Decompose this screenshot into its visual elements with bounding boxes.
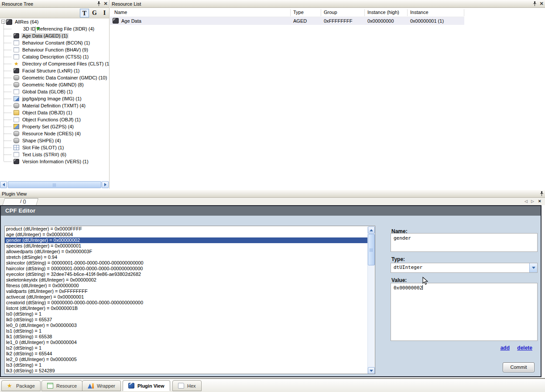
scroll-up-icon[interactable] (368, 227, 375, 234)
close-icon[interactable]: ✕ (102, 1, 109, 7)
cpf-property[interactable]: eyecolor (dtString) = 32dee745-b6ce-419f… (5, 272, 375, 277)
cpf-property-selected[interactable]: gender (dtUInteger) = 0x00000002 (5, 237, 375, 243)
tab-label: Plugin View (137, 383, 165, 389)
cpf-property[interactable]: product (dtUInteger) = 0x0000FFFF (5, 226, 375, 232)
cpf-property[interactable]: lk0 (dtString) = 65537 (5, 317, 375, 323)
tree-item-objd[interactable]: Object Data (OBJD) (1) (0, 109, 109, 116)
scroll-left-icon[interactable] (0, 181, 7, 188)
filter-group-button[interactable]: G (90, 9, 99, 17)
cpf-property[interactable]: le1_0 (dtUInteger) = 0x00000004 (5, 340, 375, 345)
scrollbar-thumb[interactable] (8, 181, 101, 188)
column-type[interactable]: Type (293, 10, 304, 15)
cpf-property[interactable]: lk3 (dtString) = 524289 (5, 368, 375, 374)
tree-item-txmt[interactable]: Material Definition (TXMT) (4) (0, 102, 109, 109)
resource-row-age-data[interactable]: Age Data AGED 0xFFFFFFFF 0x00000000 0x00… (110, 17, 464, 25)
cpf-property[interactable]: allowedparts (dtUInteger) = 0x0000003F (5, 249, 375, 254)
column-name[interactable]: Name (114, 10, 127, 15)
cpf-property[interactable]: skeletonkeyidx (dtUInteger) = 0x00000002 (5, 277, 375, 283)
pin-icon[interactable] (531, 1, 538, 7)
delete-link[interactable]: delete (517, 345, 532, 351)
cpf-property[interactable]: activecat (dtUInteger) = 0x00000001 (5, 294, 375, 300)
tree-item-3idr[interactable]: 3D ID Referencing File (3IDR) (4) (0, 25, 109, 32)
tab-close-icon[interactable]: ✕ (538, 199, 542, 203)
column-instance[interactable]: Instance (410, 10, 428, 15)
value-label: Value: (391, 277, 407, 283)
cpf-editor-title: CPF Editor (1, 206, 541, 216)
type-dropdown[interactable]: dtUInteger (391, 263, 538, 273)
name-field[interactable]: gender (391, 233, 538, 252)
cpf-property[interactable]: lk1 (dtString) = 65538 (5, 334, 375, 340)
plugin-tabstrip: / () ◁ ▷ ✕ (0, 198, 545, 205)
cpf-property[interactable]: le0_0 (dtUInteger) = 0x00000003 (5, 323, 375, 328)
filter-type-button[interactable]: T (80, 9, 89, 17)
tree-item-gzps[interactable]: Property Set (GZPS) (4) (0, 123, 109, 130)
resource-list-panel: Resource List ✕ Name Type Group Instance… (110, 0, 545, 190)
plugin-view-title: Plugin View (2, 191, 538, 196)
document-icon (14, 89, 19, 94)
cpf-property[interactable]: ls1 (dtString) = 1 (5, 328, 375, 334)
column-instance-high[interactable]: Instance (high) (367, 10, 399, 15)
tree-root-allres[interactable]: − AllRes (64) (0, 18, 109, 25)
cpf-property-list[interactable]: product (dtUInteger) = 0x0000FFFF age (d… (4, 226, 375, 374)
tab-scroll-right-icon[interactable]: ▷ (531, 199, 534, 203)
tab-hex[interactable]: Hex (172, 380, 202, 391)
tree-item-vers[interactable]: Version Information (VERS) (1) (0, 158, 109, 165)
tree-item-clst[interactable]: Directory of Compressed Files (CLST) (1) (0, 60, 109, 67)
tab-package[interactable]: Package (1, 380, 41, 391)
cube-icon (6, 19, 12, 25)
cpf-property[interactable]: skincolor (dtString) = 00000001-0000-000… (5, 260, 375, 266)
tree-item-img[interactable]: jpg/tga/png Image (IMG) (1) (0, 95, 109, 102)
tree-item-gmnd[interactable]: Geometric Node (GMND) (8) (0, 81, 109, 88)
close-icon[interactable]: ✕ (538, 1, 545, 7)
tab-wrapper[interactable]: Wrapper (82, 380, 121, 391)
tab-scroll-left-icon[interactable]: ◁ (524, 199, 528, 203)
tree-item-glob[interactable]: Global Data (GLOB) (1) (0, 88, 109, 95)
filter-instance-button[interactable]: I (100, 9, 109, 17)
cpf-property[interactable]: ls3 (dtString) = 1 (5, 362, 375, 368)
cpf-property[interactable]: creatorid (dtString) = 00000000-0000-000… (5, 300, 375, 306)
tree-item-shpe[interactable]: Shape (SHPE) (4) (0, 137, 109, 144)
tree-item-bhav[interactable]: Behaviour Function (BHAV) (9) (0, 46, 109, 53)
cpf-property[interactable]: listcnt (dtUInteger) = 0x0000001B (5, 306, 375, 311)
pin-icon[interactable] (538, 191, 545, 197)
cpf-property[interactable]: validparts (dtUInteger) = 0xFFFFFFFF (5, 289, 375, 294)
cpf-property[interactable]: age (dtUInteger) = 0x00000004 (5, 232, 375, 237)
cpf-list-scrollbar[interactable] (367, 227, 374, 374)
grid-icon (14, 145, 19, 150)
resource-list-title: Resource List (112, 1, 531, 7)
cpf-property[interactable]: ls0 (dtString) = 1 (5, 311, 375, 317)
scroll-right-icon[interactable] (102, 181, 109, 188)
cpf-property[interactable]: lk2 (dtString) = 65544 (5, 351, 375, 357)
tree-item-lxnr[interactable]: Facial Structure (LxNR) (1) (0, 67, 109, 74)
tab-label: Resource (56, 383, 77, 389)
pin-icon[interactable] (95, 1, 102, 7)
cpf-property[interactable]: fitness (dtUInteger) = 0x00000000 (5, 283, 375, 289)
chevron-down-icon[interactable] (529, 263, 537, 272)
column-group[interactable]: Group (324, 10, 337, 15)
tree-item-bcon[interactable]: Behaviour Constant (BCON) (1) (0, 39, 109, 46)
cpf-property[interactable]: haircolor (dtString) = 00000001-0000-000… (5, 266, 375, 272)
tab-plugin-view[interactable]: Plugin View (123, 380, 170, 391)
tree-horizontal-scrollbar[interactable] (0, 181, 109, 188)
database-icon (14, 138, 19, 143)
scroll-down-icon[interactable] (368, 367, 375, 374)
tree-item-slot[interactable]: Slot File (SLOT) (1) (0, 144, 109, 151)
cpf-property[interactable]: species (dtUInteger) = 0x00000001 (5, 243, 375, 249)
add-link[interactable]: add (500, 345, 510, 351)
tree-item-gmdc[interactable]: Geometric Data Container (GMDC) (10) (0, 74, 109, 81)
tree-item-cres[interactable]: Resource Node (CRES) (4) (0, 130, 109, 137)
tab-label: Wrapper (97, 383, 115, 389)
tree-item-objf[interactable]: Object Functions (OBJf) (1) (0, 116, 109, 123)
cpf-property[interactable]: ls2 (dtString) = 1 (5, 345, 375, 351)
tab-resource[interactable]: Resource (41, 380, 82, 391)
resource-list-header: Name Type Group Instance (high) Instance (110, 8, 464, 17)
plugin-document-tab-label: / () (6, 199, 40, 204)
commit-button[interactable]: Commit (503, 362, 535, 372)
tree-item-ctss[interactable]: Catalog Description (CTSS) (1) (0, 53, 109, 60)
tree-item-aged[interactable]: Age Data (AGED) (1) (0, 32, 109, 39)
value-field[interactable]: 0x00000002 (391, 283, 538, 341)
cpf-property[interactable]: stretch (dtSingle) = 0.94 (5, 254, 375, 260)
cpf-property[interactable]: le2_0 (dtUInteger) = 0x00000005 (5, 357, 375, 362)
tree-item-str[interactable]: Text Lists (STR#) (6) (0, 151, 109, 158)
scrollbar-thumb[interactable] (368, 234, 375, 265)
